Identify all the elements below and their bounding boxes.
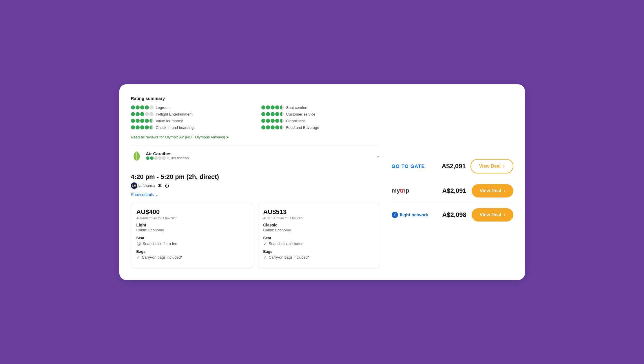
included-bags-icon-2: ✓ <box>263 255 267 260</box>
rating-label-legroom: Legroom <box>156 105 171 110</box>
dot <box>158 156 162 160</box>
flightnetwork-logo-container: ✓ flight network <box>392 212 432 218</box>
dot <box>149 112 154 116</box>
view-deal-label-mytrip: View Deal <box>480 188 501 193</box>
rating-summary-title: Rating summary <box>131 96 380 101</box>
view-deal-label-gotogate: View Deal <box>479 164 501 169</box>
main-layout: Rating summary Legroom <box>131 96 513 268</box>
rating-row-food: Food and Beverage <box>261 125 380 130</box>
view-deal-button-gotogate[interactable]: View Deal › <box>470 159 513 173</box>
dot <box>145 112 149 116</box>
airline-info: Air Caraibes 3,189 reviews <box>131 150 189 162</box>
chevron-down-icon[interactable]: ⌄ <box>376 153 380 159</box>
airline-name: Air Caraibes <box>146 151 189 156</box>
chevron-right-icon-3: › <box>503 212 505 217</box>
airline-row[interactable]: Air Caraibes 3,189 reviews <box>131 145 380 166</box>
dot <box>275 105 279 109</box>
rating-label-value: Value for money <box>156 119 183 123</box>
stars-legroom <box>131 105 154 109</box>
fare-card-classic: AU$513 AU$513 return for 1 traveller Cla… <box>258 203 380 268</box>
rating-label-cleanliness: Cleanliness <box>286 119 306 123</box>
dot <box>140 112 144 116</box>
show-details-button[interactable]: Show details ⌄ <box>131 192 158 197</box>
dot <box>136 112 140 116</box>
dot <box>266 119 270 123</box>
fare-seat-label-classic: Seat <box>263 236 375 240</box>
left-panel: Rating summary Legroom <box>131 96 392 268</box>
mytrip-logo-text: mytrıp <box>392 187 409 194</box>
fare-bags-feature-classic: ✓ Carry-on bags included* <box>263 255 375 260</box>
external-link-icon: ➤ <box>226 135 229 139</box>
fare-price-classic: AU$513 <box>263 208 375 216</box>
airline-reviews-count: 3,189 reviews <box>167 156 189 160</box>
dot <box>162 156 166 160</box>
dot <box>140 125 144 129</box>
view-deal-button-flightnetwork[interactable]: View Deal › <box>472 208 513 222</box>
dot <box>140 105 144 109</box>
fare-bags-feature-light: ✓ Carry-on bags included* <box>136 255 248 260</box>
view-deal-label-flightnetwork: View Deal <box>480 212 501 217</box>
mytrip-logo: mytrıp <box>392 187 432 194</box>
fare-return-note-classic: AU$513 return for 1 traveller <box>263 216 375 220</box>
dot <box>131 125 135 129</box>
chevron-right-icon: › <box>503 164 504 169</box>
view-deal-button-mytrip[interactable]: View Deal › <box>472 184 513 197</box>
fare-seat-feature-light: ☹ Seat choice for a fee <box>136 241 248 246</box>
dot <box>275 119 279 123</box>
rating-row-legroom: Legroom <box>131 105 250 110</box>
show-details-label: Show details <box>131 192 154 197</box>
fare-cards: AU$400 AU$400 return for 1 traveller Lig… <box>131 203 380 268</box>
dot <box>280 125 284 129</box>
dot <box>271 119 275 123</box>
bags-feature-text-light: Carry-on bags included* <box>142 255 182 259</box>
chevron-right-icon-2: › <box>503 188 505 193</box>
dot <box>261 105 265 109</box>
dot <box>280 119 284 123</box>
rating-row-value: Value for money <box>131 119 250 123</box>
stars-inflight <box>131 112 154 116</box>
dot <box>271 125 275 129</box>
fare-price-light: AU$400 <box>136 208 248 216</box>
dot <box>145 105 149 109</box>
deal-row-gotogate: GO TO GATE A$2,091 View Deal › <box>392 154 513 179</box>
wifi-icon: ⌘ <box>158 183 162 188</box>
dot <box>261 112 265 116</box>
fare-type-light: Light <box>136 223 248 227</box>
included-seat-icon: ✓ <box>263 241 267 246</box>
rating-row-seat-comfort: Seat comfort <box>261 105 380 110</box>
read-reviews-link[interactable]: Read all reviews for Olympic Air [NOT Ol… <box>131 135 380 139</box>
fare-card-light: AU$400 AU$400 return for 1 traveller Lig… <box>131 203 253 268</box>
rating-label-customer-service: Customer service <box>286 112 315 116</box>
dot <box>271 105 275 109</box>
main-card: Rating summary Legroom <box>119 84 525 280</box>
deal-row-mytrip: mytrıp A$2,091 View Deal › <box>392 179 513 203</box>
dot <box>131 112 135 116</box>
flightnetwork-check-icon: ✓ <box>392 212 398 218</box>
dot <box>136 125 140 129</box>
dot <box>131 105 135 109</box>
dot <box>271 112 275 116</box>
rating-label-checkin: Check-in and boarding <box>156 125 194 130</box>
dot <box>150 156 154 160</box>
dot <box>149 125 154 129</box>
rating-row-inflight: In-flight Entertainment <box>131 112 250 116</box>
stars-seat-comfort <box>261 105 284 109</box>
deal-price-gotogate: A$2,091 <box>437 162 466 170</box>
dot <box>280 105 284 109</box>
right-panel: GO TO GATE A$2,091 View Deal › mytrıp A$… <box>392 96 513 268</box>
read-reviews-text: Read all reviews for Olympic Air [NOT Ol… <box>131 135 225 139</box>
fare-return-note-light: AU$400 return for 1 traveller <box>136 216 248 220</box>
fare-type-classic: Classic <box>263 223 375 227</box>
rating-summary-section: Rating summary Legroom <box>131 96 380 139</box>
dot <box>136 105 140 109</box>
dot <box>154 156 158 160</box>
bags-feature-text-classic: Carry-on bags included* <box>269 255 309 259</box>
flight-time: 4:20 pm - 5:20 pm (2h, direct) <box>131 173 380 181</box>
stars-food <box>261 125 284 129</box>
dot <box>266 112 270 116</box>
rating-label-seat-comfort: Seat comfort <box>286 105 308 110</box>
fare-bags-label-light: Bags <box>136 249 248 254</box>
dot <box>275 112 279 116</box>
rating-label-food: Food and Beverage <box>286 125 319 130</box>
rating-row-checkin: Check-in and boarding <box>131 125 250 130</box>
